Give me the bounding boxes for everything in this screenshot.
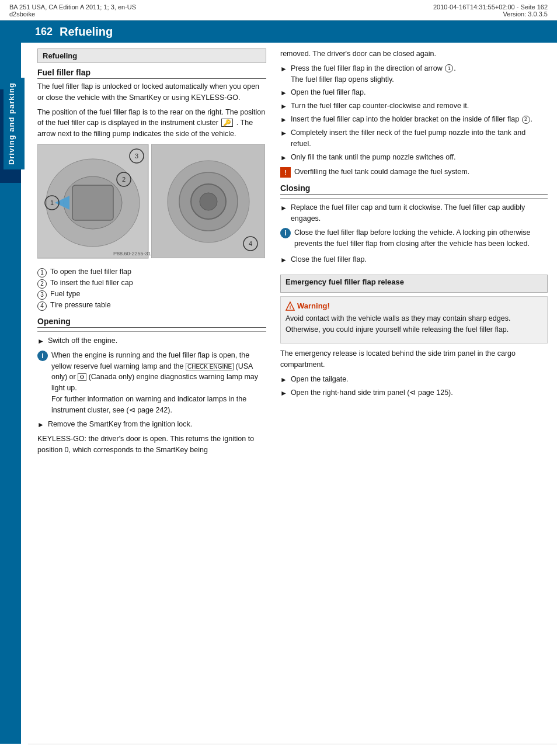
emergency-box: Emergency fuel filler flap release (280, 275, 548, 293)
content-area: Driving and parking Refueling Fuel fille… (0, 43, 557, 744)
emergency-body-text: The emergency release is located behind … (280, 348, 548, 370)
bullet-arrow-r1: ► (280, 64, 287, 74)
page-wrapper: BA 251 USA, CA Edition A 2011; 1; 3, en-… (0, 0, 557, 756)
caption-num-2: 2 (37, 279, 47, 289)
bullet-arrow-r3: ► (280, 101, 287, 112)
caption-item-4: 4 Tire pressure table (37, 301, 266, 311)
emergency-bullet-list: ► Open the tailgate. ► Open the right-ha… (280, 374, 548, 398)
bullet-arrow-1: ► (37, 336, 44, 346)
bullet-remove-key: ► Remove the SmartKey from the ignition … (37, 419, 266, 430)
bullet-insert-cap: ► Insert the fuel filler cap into the ho… (280, 114, 548, 125)
bullet-turn-cap: ► Turn the fuel filler cap counter-clock… (280, 100, 548, 112)
sidebar: Driving and parking (0, 43, 28, 744)
svg-text:4: 4 (249, 240, 252, 247)
bullet-arrow-c2: ► (280, 255, 287, 265)
section-box-refueling: Refueling (37, 48, 266, 63)
info-icon-1: i (37, 351, 48, 361)
bullet-arrow-r4: ► (280, 115, 287, 125)
svg-point-16 (200, 193, 217, 210)
diagram-image: 1 3 2 P88.60-2255-31 (37, 144, 266, 263)
closing-info-box: i Close the fuel filler flap before lock… (280, 227, 548, 249)
bullet-arrow-2: ► (37, 419, 44, 430)
warning-box-emergency: ! Warning! Avoid contact with the vehicl… (280, 296, 548, 344)
para1: The fuel filler flap is unlocked or lock… (37, 81, 266, 103)
warning-icon-overfill: ! (280, 167, 291, 178)
section-title: Refueling (60, 25, 113, 39)
closing-bullet-list: ► Replace the fuel filler cap and turn i… (280, 202, 548, 224)
warning-box-overfill: ! Overfilling the fuel tank could damage… (280, 167, 548, 178)
subsection-opening: Opening (37, 317, 266, 328)
bottom-border (28, 744, 557, 744)
instrument-icon: 🔑 (221, 119, 233, 127)
svg-rect-3 (72, 185, 113, 220)
bullet-insert-nozzle: ► Completely insert the filler neck of t… (280, 127, 548, 150)
caption-num-4: 4 (37, 301, 47, 311)
bullet-open-tailgate: ► Open the tailgate. (280, 374, 548, 385)
fuel-cap-diagram: 4 (151, 144, 265, 258)
caption-num-1: 1 (37, 268, 47, 278)
bullet-arrow-r2: ► (280, 88, 287, 98)
svg-text:P88.60-2255-31: P88.60-2255-31 (113, 251, 151, 256)
emergency-title: Emergency fuel filler flap release (286, 278, 542, 286)
continued-text: removed. The driver's door can be closed… (280, 48, 548, 60)
page-number: 162 (35, 26, 53, 38)
para2: The position of the fuel filler flap is … (37, 107, 266, 140)
caption-item-2: 2 To insert the fuel filler cap (37, 279, 266, 289)
bullet-arrow-e2: ► (280, 388, 287, 398)
bullet-arrow-c1: ► (280, 203, 287, 213)
bullet-fill-tank: ► Only fill the tank until the pump nozz… (280, 152, 548, 163)
bullet-arrow-r5: ► (280, 128, 287, 138)
triangle-warning-icon: ! (286, 301, 295, 311)
main-content: Refueling Fuel filler flap The fuel fill… (28, 43, 557, 744)
warning-emergency-text: Avoid contact with the vehicle walls as … (286, 313, 542, 335)
warning-title: ! Warning! (286, 301, 542, 311)
caption-num-3: 3 (37, 290, 47, 300)
caption-item-1: 1 To open the fuel filler flap (37, 268, 266, 278)
header-right: 2010-04-16T14:31:55+02:00 - Seite 162 Ve… (433, 4, 548, 18)
svg-text:1: 1 (50, 199, 54, 206)
subsection-fuel-filler: Fuel filler flap (37, 68, 266, 79)
keyless-text: KEYLESS-GO: the driver's door is open. T… (37, 434, 266, 456)
left-column: Refueling Fuel filler flap The fuel fill… (28, 48, 273, 744)
bullet-arrow-e1: ► (280, 374, 287, 385)
svg-text:2: 2 (122, 176, 126, 183)
bullet-close-flap: ► Close the fuel filler flap. (280, 254, 548, 265)
caption-item-3: 3 Fuel type (37, 290, 266, 300)
bullet-switch-off: ► Switch off the engine. (37, 335, 266, 346)
bullet-arrow-r6: ► (280, 152, 287, 163)
header-left: BA 251 USA, CA Edition A 2011; 1; 3, en-… (9, 4, 136, 18)
remove-smartkey-list: ► Remove the SmartKey from the ignition … (37, 419, 266, 430)
bullet-open-flap: ► Open the fuel filler flap. (280, 87, 548, 98)
svg-text:3: 3 (135, 152, 138, 159)
close-flap-list: ► Close the fuel filler flap. (280, 254, 548, 265)
header-bar: BA 251 USA, CA Edition A 2011; 1; 3, en-… (0, 0, 557, 20)
info-icon-closing: i (280, 228, 291, 238)
subsection-closing: Closing (280, 183, 548, 195)
bullet-side-trim: ► Open the right-hand side trim panel (⊲… (280, 387, 548, 398)
title-bar: 162 Refueling (0, 20, 557, 43)
sidebar-label: Driving and parking (4, 78, 25, 169)
right-bullet-list: ► Press the fuel filler flap in the dire… (280, 63, 548, 163)
divider-closing (280, 198, 548, 199)
caption-list: 1 To open the fuel filler flap 2 To inse… (37, 268, 266, 311)
opening-bullet-list: ► Switch off the engine. (37, 335, 266, 346)
divider-opening (37, 331, 266, 332)
svg-text:!: ! (290, 304, 291, 310)
info-box-1: i When the engine is running and the fue… (37, 350, 266, 416)
right-column: removed. The driver's door can be closed… (273, 48, 557, 744)
bullet-press-flap: ► Press the fuel filler flap in the dire… (280, 63, 548, 85)
bullet-replace-cap: ► Replace the fuel filler cap and turn i… (280, 202, 548, 224)
